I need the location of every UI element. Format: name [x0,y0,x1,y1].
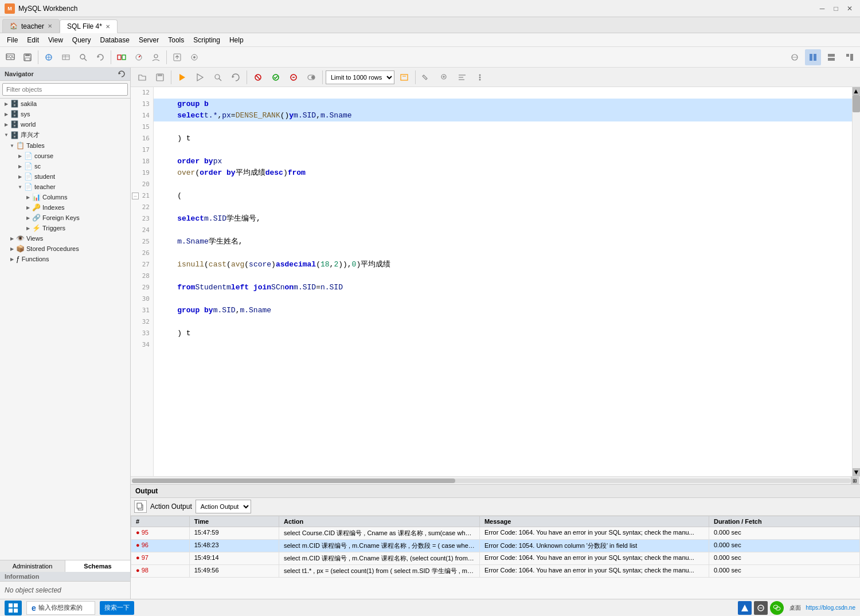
tab-sql-close[interactable]: ✕ [105,23,110,30]
schemas-tab[interactable]: Schemas [65,560,130,572]
scrollbar-up-btn[interactable]: ▲ [853,87,860,95]
toolbar-options-btn[interactable] [186,49,202,65]
main-toolbar: SQL [0,47,860,68]
tree-item-world[interactable]: ▶ 🗄️ world [0,119,130,130]
code-line-22 [154,202,852,213]
tree-item-columns[interactable]: ▶ 📊 Columns [0,192,130,202]
close-button[interactable]: ✕ [844,3,855,14]
h-scroll-thumb[interactable] [132,478,455,483]
sql-execute-btn[interactable] [174,69,190,85]
taskbar-wechat-icon[interactable] [770,601,784,615]
tree-item-zhuxingcai[interactable]: ▼ 🗄️ 庠兴才 [0,130,130,140]
sql-toggle-btn[interactable] [303,69,319,85]
tree-item-fk[interactable]: ▶ 🔗 Foreign Keys [0,213,130,223]
line-33: 33 [131,328,153,339]
sql-context-btn[interactable] [472,69,488,85]
menu-server[interactable]: Server [134,35,163,45]
navigator-refresh-icon[interactable] [118,70,126,78]
menu-database[interactable]: Database [96,35,134,45]
sql-stop-btn[interactable] [250,69,266,85]
svg-rect-8 [62,55,69,60]
sql-format-btn[interactable] [454,69,470,85]
scrollbar-thumb[interactable] [853,95,860,112]
toolbar-view1-btn[interactable] [805,49,821,65]
menu-query[interactable]: Query [68,35,96,45]
output-copy-btn[interactable] [134,500,147,513]
menu-edit[interactable]: Edit [22,35,44,45]
sys-arrow: ▶ [2,112,10,117]
toolbar-inspect-btn[interactable] [75,49,91,65]
col-message: Message [479,516,709,527]
toolbar-backup-btn[interactable] [169,49,185,65]
table-row[interactable]: ● 96 15:48:23 select m.CID 课程编号 , m.Cnam… [131,540,860,552]
tree-item-sc[interactable]: ▶ 📄 sc [0,161,130,171]
tree-item-functions[interactable]: ▶ ƒ Functions [0,254,130,264]
tree-item-course[interactable]: ▶ 📄 course [0,151,130,161]
menu-help[interactable]: Help [225,35,248,45]
tree-item-indexes[interactable]: ▶ 🔑 Indexes [0,202,130,213]
tree-item-triggers[interactable]: ▶ ⚡ Triggers [0,223,130,233]
search-button[interactable]: 搜索一下 [100,601,134,615]
sql-save-btn[interactable] [152,69,168,85]
toolbar-view3-btn[interactable] [842,49,858,65]
table-row[interactable]: ● 98 15:49:56 select t1.* , px = (select… [131,565,860,578]
table-row[interactable]: ● 97 15:49:14 select m.CID 课程编号 , m.Cnam… [131,552,860,565]
toolbar-migrate-btn[interactable] [114,49,130,65]
sql-snippets-btn[interactable] [396,69,412,85]
restore-button[interactable]: □ [830,3,842,14]
toolbar-world-btn[interactable] [787,49,803,65]
menu-file[interactable]: File [2,35,22,45]
limit-select[interactable]: Limit to 1000 rows Don't Limit Limit to … [326,70,394,84]
tab-teacher[interactable]: 🏠 teacher ✕ [2,19,60,33]
tree-item-teacher[interactable]: ▼ 📄 teacher [0,182,130,192]
browser-text: 输入你想搜索的 [38,603,83,612]
menu-view[interactable]: View [44,35,68,45]
sql-explain-btn[interactable] [192,69,208,85]
sql-beautify-btn[interactable] [419,69,435,85]
scrollbar-down-btn[interactable]: ▼ [853,468,860,476]
sql-refresh-btn[interactable] [228,69,244,85]
action-output-select[interactable]: Action Output History Verbose [196,500,251,513]
sql-commit-btn[interactable] [268,69,284,85]
tree-item-sakila[interactable]: ▶ 🗄️ sakila [0,99,130,109]
sql-rollback-btn[interactable] [286,69,302,85]
toolbar-refresh-btn[interactable] [92,49,108,65]
minimize-button[interactable]: ─ [816,3,828,14]
toolbar-table-btn[interactable] [58,49,74,65]
tab-teacher-close[interactable]: ✕ [48,23,52,29]
sql-search-btn[interactable] [210,69,226,85]
menu-tools[interactable]: Tools [163,35,189,45]
start-button[interactable] [5,601,22,615]
collapse-icon-21[interactable]: – [132,193,139,199]
sc-label: sc [34,163,41,170]
row95-time: 15:47:59 [189,527,279,540]
tree-item-views[interactable]: ▶ 👁️ Views [0,233,130,244]
toolbar-schema-btn[interactable] [41,49,57,65]
taskbar-icon-2[interactable] [754,601,768,615]
toolbar-connect-btn[interactable]: SQL [2,49,18,65]
svg-point-11 [80,54,85,59]
admin-tab[interactable]: Administration [0,560,65,572]
h-scroll-track[interactable] [132,478,851,483]
toolbar-users-btn[interactable] [148,49,164,65]
table-row[interactable]: ● 95 15:47:59 select Course.CID 课程编号 , C… [131,527,860,540]
vertical-scrollbar[interactable]: ▲ ▼ [852,87,860,476]
toolbar-view2-btn[interactable] [823,49,839,65]
sql-zoom-in-btn[interactable] [436,69,452,85]
tree-item-tables[interactable]: ▼ 📋 Tables [0,140,130,151]
taskbar-icon-1[interactable] [738,601,752,615]
tree-item-sys[interactable]: ▶ 🗄️ sys [0,109,130,119]
main-layout: Navigator ▶ 🗄️ sakila ▶ 🗄️ sys ▶ 🗄️ [0,68,860,599]
toolbar-save-btn[interactable] [19,49,36,65]
indexes-label: Indexes [42,204,65,211]
ie-browser-btn[interactable]: e 输入你想搜索的 [26,601,95,615]
tab-sql-file[interactable]: SQL File 4* ✕ [60,19,118,33]
menu-scripting[interactable]: Scripting [189,35,225,45]
toolbar-performance-btn[interactable] [131,49,147,65]
tree-item-stored-procedures[interactable]: ▶ 📦 Stored Procedures [0,244,130,254]
sql-open-btn[interactable] [134,69,150,85]
filter-input[interactable] [2,83,128,96]
line-24: 24 [131,225,153,236]
tree-item-student[interactable]: ▶ 📄 student [0,171,130,182]
code-content[interactable]: group b select t.* , px = DENSE_RANK() y… [154,87,852,476]
